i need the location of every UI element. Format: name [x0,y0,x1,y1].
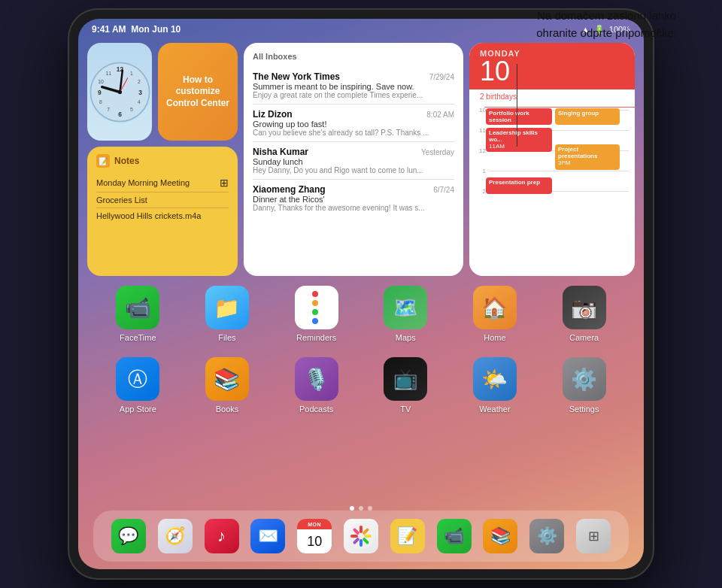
calendar-widget[interactable]: MONDAY 10 2 birthdays 10 11 12 [469,43,635,276]
control-center-widget[interactable]: How to customize Control Center [158,43,238,141]
podcasts-icon: 🎙️ [295,357,338,401]
svg-text:7: 7 [107,107,110,112]
app-settings[interactable]: ⚙️ Settings [554,357,614,414]
dock-books[interactable]: 📚 [483,519,517,553]
apps-area: 📹 FaceTime 📁 Files [78,286,644,429]
status-time: 9:41 AM Mon Jun 10 [92,24,180,35]
tv-icon: 📺 [384,357,427,401]
svg-text:1: 1 [129,71,132,76]
appstore-icon: Ⓐ [116,357,159,401]
annotation-text: Na domačem zaslonu lahko ohranite odprte… [536,8,677,41]
app-row-1: 📹 FaceTime 📁 Files [93,286,629,342]
cal-event-portfolio: Portfolio work session [486,108,552,125]
app-weather[interactable]: 🌤️ Weather [465,357,525,414]
mail-header: All Inboxes [253,52,454,61]
dock-mail[interactable]: ✉️ [250,519,285,553]
dock-photos-icon [344,519,378,553]
mail-item-0[interactable]: The New York Times 7/29/24 Summer is mea… [253,67,454,105]
dock-messages-icon: 💬 [111,519,146,553]
svg-text:8: 8 [99,99,102,104]
weather-icon: 🌤️ [473,357,517,401]
app-home[interactable]: 🏠 Home [465,286,525,342]
dock-facetime-icon: 📹 [437,519,472,553]
svg-text:6: 6 [118,110,122,117]
reminders-icon [295,286,338,329]
dock-sidebar[interactable]: ⊞ [576,519,611,553]
cal-birthdays: 2 birthdays [469,89,635,104]
widgets-area: 12 3 6 9 1 2 4 5 7 8 10 11 [87,43,635,276]
camera-icon: 📷 [563,286,606,329]
svg-text:10: 10 [98,78,104,83]
widget-col-left: 12 3 6 9 1 2 4 5 7 8 10 11 [87,43,238,276]
app-reminders[interactable]: Reminders [287,286,347,342]
notes-item-2: Hellywood Hills crickets.m4a [96,208,229,223]
cal-header: MONDAY 10 [469,43,635,89]
maps-icon: 🗺️ [384,286,427,329]
dock-notes-icon: 📝 [390,519,425,553]
mail-item-1[interactable]: Liz Dizon 8:02 AM Growing up too fast! C… [253,105,454,142]
dock-safari-icon: 🧭 [158,519,193,553]
svg-text:9: 9 [97,88,101,95]
app-books[interactable]: 📚 Books [197,357,257,414]
svg-rect-22 [359,539,363,547]
widget-row-top: 12 3 6 9 1 2 4 5 7 8 10 11 [87,43,238,141]
svg-text:5: 5 [129,107,132,112]
dock: 💬 🧭 ♪ ✉️ [93,511,629,562]
cal-event-project: Project presentations3PM [555,144,620,170]
svg-rect-24 [350,535,358,538]
dock-messages[interactable]: 💬 [111,519,146,553]
home-icon: 🏠 [473,286,517,329]
app-tv[interactable]: 📺 TV [375,357,435,414]
svg-text:3: 3 [138,88,142,95]
dock-sidebar-icon: ⊞ [576,519,611,553]
notes-icon: 📝 [96,154,110,168]
dock-safari[interactable]: 🧭 [158,519,193,553]
notes-item-1: Groceries List [96,192,229,208]
svg-rect-18 [359,526,363,533]
svg-text:4: 4 [138,99,141,104]
svg-text:2: 2 [138,78,141,83]
books-icon: 📚 [205,357,249,401]
control-center-title: How to customize Control Center [165,74,230,110]
ipad-frame: 9:41 AM Mon Jun 10 ▲ 🔋 100% 12 3 [68,8,654,580]
dock-music-icon: ♪ [205,519,239,553]
svg-text:11: 11 [105,71,111,76]
dock-facetime[interactable]: 📹 [437,519,472,553]
dock-books-icon: 📚 [483,519,517,553]
mail-widget[interactable]: All Inboxes The New York Times 7/29/24 S… [244,43,463,276]
app-podcasts[interactable]: 🎙️ Podcasts [287,357,347,414]
app-row-2: Ⓐ App Store 📚 Books 🎙️ Podcasts [93,357,629,414]
svg-rect-20 [364,535,372,538]
dock-settings-icon: ⚙️ [529,519,564,553]
annotation-line [517,64,517,147]
app-appstore[interactable]: Ⓐ App Store [108,357,168,414]
cal-event-leadership: Leadership skills wo...11AM [486,128,552,152]
cal-timeline: 10 11 12 1 2 [469,104,635,276]
dock-settings[interactable]: ⚙️ [529,519,564,553]
facetime-icon: 📹 [116,286,159,329]
dock-music[interactable]: ♪ [205,519,239,553]
mail-item-3[interactable]: Xiaomeng Zhang 6/7/24 Dinner at the Rico… [253,180,454,217]
dock-calendar[interactable]: MON 10 [297,519,332,553]
files-icon: 📁 [205,286,249,329]
notes-title: Notes [114,156,139,166]
dock-photos[interactable] [344,519,378,553]
app-maps[interactable]: 🗺️ Maps [375,286,435,342]
clock-widget[interactable]: 12 3 6 9 1 2 4 5 7 8 10 11 [87,43,152,141]
notes-item-0: Monday Morning Meeting ⊞ [96,174,229,192]
notes-widget[interactable]: 📝 Notes Monday Morning Meeting ⊞ Groceri… [87,147,238,276]
dock-mail-icon: ✉️ [250,519,285,553]
ipad-screen: 9:41 AM Mon Jun 10 ▲ 🔋 100% 12 3 [78,19,644,569]
app-files[interactable]: 📁 Files [197,286,257,342]
app-camera[interactable]: 📷 Camera [554,286,614,342]
settings-icon: ⚙️ [563,357,606,401]
dock-notes[interactable]: 📝 [390,519,425,553]
svg-point-16 [117,89,121,93]
notes-header: 📝 Notes [96,154,229,168]
mail-item-2[interactable]: Nisha Kumar Yesterday Sunday lunch Hey D… [253,142,454,180]
cal-event-presentation: Presentation prep [486,177,552,194]
cal-date-number: 10 [480,58,624,85]
app-facetime[interactable]: 📹 FaceTime [108,286,168,342]
dock-calendar-icon: MON 10 [297,519,332,553]
cal-event-singing: Singing group [555,108,620,125]
